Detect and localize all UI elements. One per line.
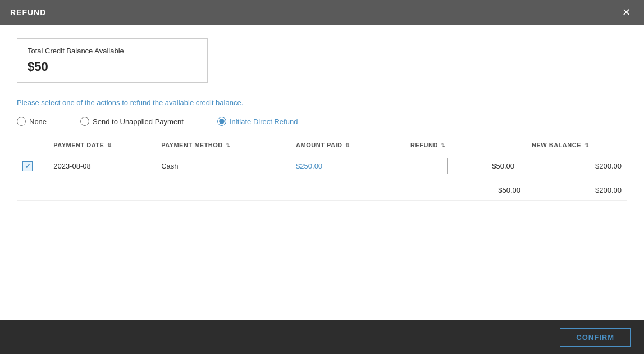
row-refund-cell — [405, 152, 526, 180]
radio-group: None Send to Unapplied Payment Initiate … — [17, 117, 627, 126]
radio-direct-label: Initiate Direct Refund — [230, 117, 298, 126]
radio-unapplied-input[interactable] — [80, 117, 89, 126]
instruction-link: refund the available credit balance — [130, 98, 241, 107]
total-new-balance: $200.00 — [526, 180, 627, 201]
row-checkbox[interactable]: ✓ — [22, 161, 33, 171]
dialog-header: REFUND ✕ — [0, 0, 644, 25]
col-header-amount-paid[interactable]: AMOUNT PAID ⇅ — [290, 138, 405, 152]
radio-none-input[interactable] — [17, 117, 26, 126]
refund-input[interactable] — [447, 158, 520, 174]
table-row: ✓ 2023-08-08 Cash $250.00 $200.00 — [17, 152, 627, 180]
col-header-check — [17, 138, 48, 152]
radio-unapplied[interactable]: Send to Unapplied Payment — [80, 117, 184, 126]
row-checkbox-cell: ✓ — [17, 152, 48, 180]
checkmark-icon: ✓ — [25, 162, 31, 170]
total-refund: $50.00 — [405, 180, 526, 201]
radio-none-label: None — [29, 117, 47, 126]
close-button[interactable]: ✕ — [619, 6, 634, 19]
payments-table: PAYMENT DATE ⇅ PAYMENT METHOD ⇅ AMOUNT P… — [17, 138, 627, 201]
credit-balance-label: Total Credit Balance Available — [28, 47, 197, 55]
totals-row: $50.00 $200.00 — [17, 180, 627, 201]
instruction-after: . — [241, 98, 244, 107]
credit-balance-amount: $50 — [28, 60, 197, 74]
instruction-before: Please select one of the actions to — [17, 98, 130, 107]
radio-direct-input[interactable] — [217, 117, 226, 126]
table-header-row: PAYMENT DATE ⇅ PAYMENT METHOD ⇅ AMOUNT P… — [17, 138, 627, 152]
dialog-body: Total Credit Balance Available $50 Pleas… — [0, 25, 644, 320]
col-header-refund[interactable]: REFUND ⇅ — [405, 138, 526, 152]
sort-arrow-balance: ⇅ — [584, 143, 590, 148]
radio-none[interactable]: None — [17, 117, 47, 126]
instruction-text: Please select one of the actions to refu… — [17, 98, 627, 107]
row-payment-date: 2023-08-08 — [48, 152, 156, 180]
confirm-button[interactable]: CONFIRM — [560, 328, 631, 347]
sort-arrow-method: ⇅ — [226, 143, 231, 148]
total-empty-2 — [48, 180, 156, 201]
dialog-title: REFUND — [10, 8, 46, 17]
row-new-balance: $200.00 — [526, 152, 627, 180]
radio-unapplied-label: Send to Unapplied Payment — [93, 117, 184, 126]
row-amount-paid: $250.00 — [290, 152, 405, 180]
refund-dialog: REFUND ✕ Total Credit Balance Available … — [0, 0, 644, 354]
total-empty-1 — [17, 180, 48, 201]
sort-arrow-refund: ⇅ — [441, 143, 446, 148]
total-empty-4 — [290, 180, 405, 201]
col-header-new-balance[interactable]: NEW BALANCE ⇅ — [526, 138, 627, 152]
col-header-payment-date[interactable]: PAYMENT DATE ⇅ — [48, 138, 156, 152]
total-empty-3 — [156, 180, 290, 201]
credit-balance-box: Total Credit Balance Available $50 — [17, 38, 208, 83]
sort-arrow-date: ⇅ — [107, 143, 112, 148]
dialog-footer: CONFIRM — [0, 320, 644, 354]
row-payment-method: Cash — [156, 152, 290, 180]
radio-direct[interactable]: Initiate Direct Refund — [217, 117, 298, 126]
col-header-payment-method[interactable]: PAYMENT METHOD ⇅ — [156, 138, 290, 152]
sort-arrow-amount: ⇅ — [345, 143, 350, 148]
